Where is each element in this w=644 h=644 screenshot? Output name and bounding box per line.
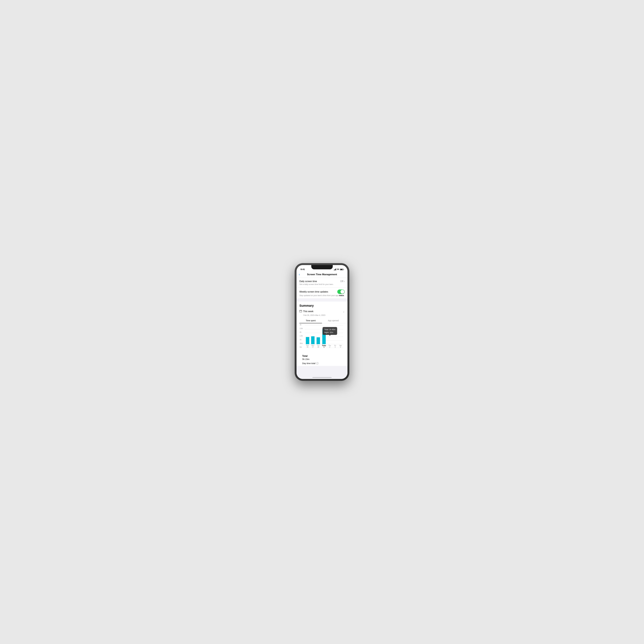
- back-chevron-icon: ‹: [299, 273, 300, 276]
- bar-date-text-thu: 2: [328, 346, 331, 348]
- bar-day-today: [322, 334, 326, 344]
- total-label: Total: [302, 355, 342, 357]
- subtitle-bold: Inbox: [339, 294, 344, 297]
- notch: [311, 265, 333, 269]
- weekly-updates-subtitle: Stay updated on your teen's time from yo…: [299, 294, 345, 297]
- daily-screen-time-value: Off ›: [340, 280, 345, 283]
- bar-sat-4: Sat 4: [339, 344, 342, 348]
- bar-day-text-fri: Fri: [334, 345, 336, 346]
- chart-area: 3h 2.5h 2h 1.5h 1h 30m 0m Total: 1h 45m …: [305, 326, 343, 351]
- bar-date-text-sat: 4: [339, 346, 342, 348]
- grid-label-1h: 1h: [300, 339, 301, 340]
- bar-sun-26: Sun 26: [306, 337, 309, 348]
- summary-title: Summary: [299, 304, 345, 308]
- grid-label-2h: 2h: [300, 331, 301, 333]
- signal-icon: [334, 268, 336, 270]
- tooltip-line2: Night: 32m: [324, 331, 335, 334]
- bar-stack-sun: [306, 337, 309, 344]
- daily-screen-time-header: Daily screen time Off ›: [299, 280, 345, 283]
- weekly-updates-toggle[interactable]: [337, 290, 345, 294]
- content-area: ‹ Screen Time Management Daily screen ti…: [297, 271, 347, 379]
- grid-label-30m: 30m: [300, 342, 303, 344]
- bar-fri-3: Fri 3: [333, 344, 337, 348]
- summary-section: Summary This week ⌄: [297, 302, 347, 366]
- battery-icon: [340, 269, 343, 270]
- bar-date-text-mon: 27: [312, 346, 314, 348]
- bar-day-text-tue: Tue: [317, 345, 320, 346]
- bar-date-text-sun: 26: [306, 346, 309, 348]
- daily-screen-time-title: Daily screen time: [299, 280, 317, 283]
- bar-mon-27: Mon 27: [311, 336, 315, 348]
- page-title: Screen Time Management: [307, 273, 337, 276]
- phone-screen: 9:41: [297, 265, 347, 379]
- back-button[interactable]: ‹: [299, 273, 300, 276]
- bar-label-thu: Thu 2: [328, 345, 331, 348]
- daytime-label: Day time total: [302, 362, 315, 365]
- subtitle-suffix: .: [344, 294, 345, 297]
- tab-time-spent[interactable]: Time spent: [299, 318, 322, 323]
- bar-label-tue: Tue 28: [317, 345, 320, 348]
- nav-bar: ‹ Screen Time Management: [297, 271, 347, 278]
- tab-app-opened[interactable]: App opened: [322, 318, 345, 323]
- daily-screen-time-subtitle: Set a daily screen time limit for your t…: [299, 283, 345, 285]
- info-icon[interactable]: i: [316, 362, 319, 365]
- weekly-updates-title: Weekly screen time updates: [299, 291, 328, 293]
- totals-section: Total 5h 15m Day time total i: [299, 352, 345, 366]
- bar-label-today: Today 1: [322, 345, 326, 348]
- bar-day-mon: [311, 336, 315, 344]
- wifi-icon: [337, 268, 339, 270]
- week-range: Feb 26, 2023–Mar 4, 2023: [299, 314, 345, 318]
- battery-fill: [340, 269, 343, 270]
- tabs-row: Time spent App opened: [297, 318, 347, 323]
- tooltip-line1: Total: 1h 45m: [324, 328, 335, 331]
- phone-device: 9:41: [295, 263, 349, 381]
- bar-label-sat: Sat 4: [339, 345, 342, 348]
- bar-stack-tue: [317, 337, 320, 344]
- week-selector-left: This week: [299, 310, 313, 313]
- calendar-icon: [299, 310, 302, 313]
- bar-date-text-fri: 3: [334, 346, 336, 348]
- subtitle-prefix: Stay updated on your teen's time from yo…: [299, 294, 339, 297]
- bar-day-text-sun: Sun: [306, 345, 309, 346]
- bar-date-text-today: 1: [322, 346, 326, 348]
- grid-label-1-5h: 1.5h: [300, 335, 303, 337]
- toggle-thumb: [340, 290, 344, 294]
- bar-date-text-tue: 28: [317, 346, 320, 348]
- chart-container: 3h 2.5h 2h 1.5h 1h 30m 0m Total: 1h 45m …: [299, 323, 345, 352]
- bar-tue-28: Tue 28: [317, 337, 320, 348]
- bar-day-text-mon: Mon: [312, 345, 314, 346]
- bar-tooltip: Total: 1h 45m Night: 32m: [323, 327, 337, 335]
- weekly-updates-header: Weekly screen time updates: [299, 290, 345, 294]
- grid-label-3h: 3h: [300, 324, 301, 326]
- week-chevron-icon: ⌄: [343, 310, 345, 313]
- week-selector[interactable]: This week ⌄: [299, 310, 345, 314]
- bar-day-tue: [317, 337, 320, 344]
- status-time: 9:41: [301, 268, 305, 270]
- bar-label-mon: Mon 27: [312, 345, 314, 348]
- home-indicator: [312, 377, 332, 378]
- week-label: This week: [303, 310, 313, 313]
- daily-screen-time-off: Off: [340, 280, 343, 283]
- total-value: 5h 15m: [302, 358, 342, 360]
- bar-day-text-sat: Sat: [339, 345, 342, 346]
- bar-day-sun: [306, 337, 309, 344]
- settings-section: Daily screen time Off › Set a daily scre…: [297, 278, 347, 299]
- bar-day-text-today: Today: [322, 345, 326, 346]
- weekly-updates-row: Weekly screen time updates Stay updated …: [297, 288, 347, 299]
- bar-day-text-thu: Thu: [328, 345, 331, 346]
- bar-label-fri: Fri 3: [334, 345, 336, 348]
- daytime-row: Day time total i: [302, 362, 342, 365]
- grid-label-0m: 0m: [300, 346, 302, 348]
- daily-screen-time-row[interactable]: Daily screen time Off › Set a daily scre…: [297, 278, 347, 288]
- grid-label-2-5h: 2.5h: [300, 328, 303, 329]
- status-icons: [334, 268, 344, 270]
- bar-label-sun: Sun 26: [306, 345, 309, 348]
- svg-rect-0: [300, 310, 302, 312]
- bar-thu-2: Thu 2: [328, 344, 331, 348]
- bar-stack-mon: [311, 336, 315, 344]
- daily-screen-time-chevron: ›: [344, 280, 345, 283]
